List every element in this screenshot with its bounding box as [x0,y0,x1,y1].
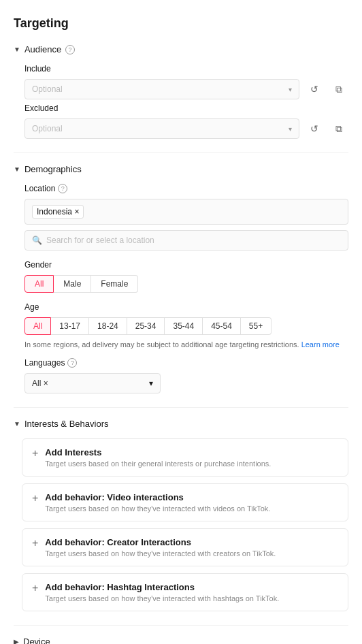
device-section: ▶ Device [14,637,348,644]
location-label: Location ? [24,184,348,193]
languages-info-icon[interactable]: ? [67,358,77,368]
interests-section-content: + Add Interests Target users based on th… [11,438,348,611]
age-label: Age [24,302,348,312]
languages-select[interactable]: All × ▾ [24,373,161,393]
add-video-title: Add behavior: Video interactions [45,492,270,502]
device-arrow-icon: ▶ [14,638,19,644]
page-title: Targeting [14,16,348,31]
age-13-17-button[interactable]: 13-17 [51,317,89,335]
audience-section-content: Include Optional ▾ ↺ ⧉ Excluded Optional… [14,64,348,139]
add-video-content: Add behavior: Video interactions Target … [45,492,270,513]
include-row: Optional ▾ ↺ ⧉ [24,79,348,99]
age-25-34-button[interactable]: 25-34 [127,317,165,335]
demographics-section-content: Location ? Indonesia × 🔍 Search for or s… [14,184,348,393]
languages-label: Languages ? [24,358,348,368]
add-interests-card[interactable]: + Add Interests Target users based on th… [22,438,348,477]
gender-female-button[interactable]: Female [91,275,138,293]
add-creator-behavior-card[interactable]: + Add behavior: Creator Interactions Tar… [22,528,348,566]
include-chevron-icon: ▾ [289,86,292,93]
add-interests-desc: Target users based on their general inte… [45,460,271,468]
add-interests-content: Add Interests Target users based on thei… [45,447,271,468]
age-note-link[interactable]: Learn more [301,340,340,349]
add-hashtag-plus-icon: + [32,582,38,594]
exclude-refresh-button[interactable]: ↺ [305,119,324,138]
age-45-54-button[interactable]: 45-54 [203,317,241,335]
device-section-header[interactable]: ▶ Device [14,637,348,644]
add-hashtag-content: Add behavior: Hashtag Interactions Targe… [45,582,279,602]
include-select[interactable]: Optional ▾ [24,79,299,99]
location-info-icon[interactable]: ? [58,184,67,193]
add-video-plus-icon: + [32,492,38,504]
include-label: Include [24,64,348,74]
demographics-section-label: Demographics [24,164,82,174]
interests-arrow-icon: ▼ [14,420,20,428]
age-35-44-button[interactable]: 35-44 [165,317,203,335]
add-interests-title: Add Interests [45,447,271,457]
include-copy-button[interactable]: ⧉ [329,80,348,99]
add-video-desc: Target users based on how they've intera… [45,504,270,513]
age-55-plus-button[interactable]: 55+ [241,317,272,335]
exclude-label: Excluded [24,103,348,113]
interests-section-label: Interests & Behaviors [24,419,109,429]
add-video-behavior-card[interactable]: + Add behavior: Video interactions Targe… [22,483,348,521]
add-creator-content: Add behavior: Creator Interactions Targe… [45,537,276,558]
gender-male-button[interactable]: Male [54,275,91,293]
gender-button-group: All Male Female [24,275,348,293]
add-creator-plus-icon: + [32,537,38,549]
search-icon: 🔍 [32,236,42,245]
exclude-placeholder: Optional [32,124,63,133]
add-hashtag-title: Add behavior: Hashtag Interactions [45,582,279,592]
exclude-select[interactable]: Optional ▾ [24,118,299,139]
audience-arrow-icon: ▼ [14,46,20,53]
include-placeholder: Optional [32,84,63,94]
audience-section-header[interactable]: ▼ Audience ? [14,44,348,54]
add-hashtag-behavior-card[interactable]: + Add behavior: Hashtag Interactions Tar… [22,573,348,611]
audience-section-label: Audience [24,44,61,54]
languages-chevron-icon: ▾ [149,379,153,388]
gender-all-button[interactable]: All [24,275,54,293]
demographics-arrow-icon: ▼ [14,165,20,173]
languages-value: All × [32,379,48,388]
include-refresh-button[interactable]: ↺ [305,80,324,99]
location-box[interactable]: Indonesia × [24,199,348,225]
device-section-label: Device [23,637,50,644]
location-search-placeholder: Search for or select a location [46,236,154,245]
exclude-chevron-icon: ▾ [289,125,292,133]
audience-info-icon[interactable]: ? [65,45,75,54]
location-search-input[interactable]: 🔍 Search for or select a location [24,230,348,251]
age-button-group: All 13-17 18-24 25-34 35-44 45-54 55+ [24,317,348,335]
add-hashtag-desc: Target users based on how they've intera… [45,594,279,602]
interests-section-header[interactable]: ▼ Interests & Behaviors [14,419,348,429]
gender-label: Gender [24,260,348,270]
demographics-section-header[interactable]: ▼ Demographics [14,164,348,174]
age-note: In some regions, ad delivery may be subj… [24,340,348,349]
age-18-24-button[interactable]: 18-24 [89,317,127,335]
exclude-copy-button[interactable]: ⧉ [329,119,348,138]
add-interests-plus-icon: + [32,447,38,460]
exclude-row: Optional ▾ ↺ ⧉ [24,118,348,139]
age-all-button[interactable]: All [24,317,51,335]
add-creator-desc: Target users based on how they've intera… [45,549,276,558]
location-tag[interactable]: Indonesia × [32,205,84,219]
add-creator-title: Add behavior: Creator Interactions [45,537,276,547]
